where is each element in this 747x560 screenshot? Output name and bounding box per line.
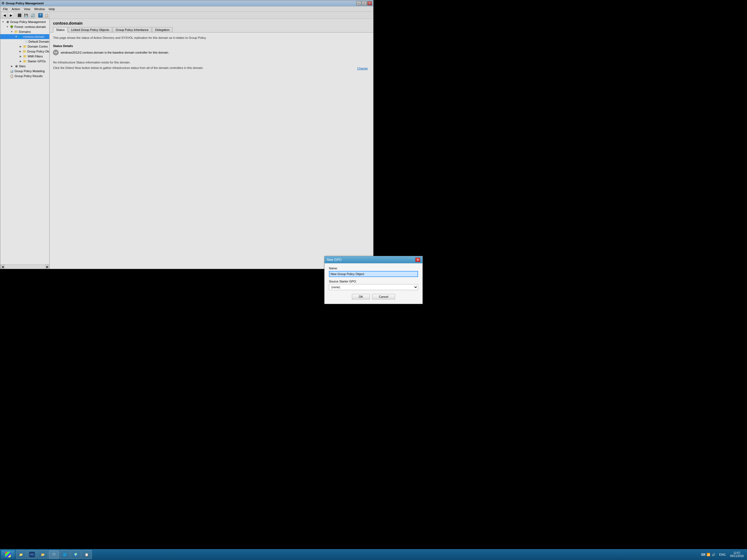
dialog-overlay: New GPO ✕ Name: Source Starter GPO: (non… <box>0 0 374 280</box>
source-label: Source Starter GPO: <box>329 280 374 280</box>
name-input[interactable] <box>329 271 374 277</box>
dialog-title-bar: New GPO ✕ <box>325 256 374 263</box>
dialog-body: Name: Source Starter GPO: (none) OK Canc… <box>325 263 374 280</box>
name-label: Name: <box>329 266 374 270</box>
dialog-title: New GPO <box>327 258 341 262</box>
new-gpo-dialog: New GPO ✕ Name: Source Starter GPO: (non… <box>324 256 374 280</box>
main-window: ⚙ Group Policy Management ─ □ ✕ File Act… <box>0 0 374 269</box>
